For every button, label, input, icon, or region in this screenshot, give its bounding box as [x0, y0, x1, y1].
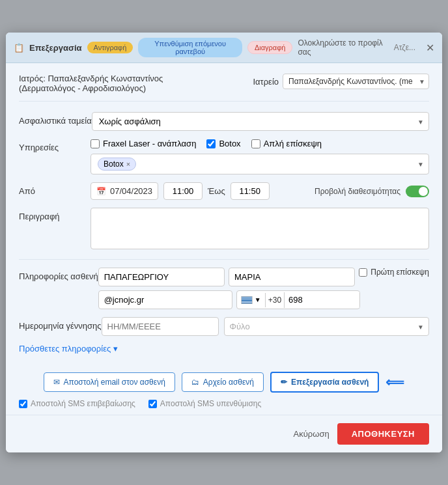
more-info-link[interactable]: Πρόσθετες πληροφορίες ▾ — [19, 344, 429, 353]
phone-number-input[interactable] — [285, 292, 360, 308]
service-fraxel[interactable]: Fraxel Laser - ανάπλαση — [91, 139, 196, 148]
first-visit-wrap: Πρώτη επίσκεψη — [359, 268, 429, 277]
service-botox[interactable]: Botox — [206, 139, 240, 148]
flag-arrow: ▼ — [255, 296, 261, 303]
sms-row: Αποστολή SMS επιβεβαίωσης Αποστολή SMS υ… — [6, 396, 442, 415]
email-icon: ✉ — [53, 378, 60, 387]
edit-patient-button[interactable]: ✏ Επεξεργασία ασθενή — [270, 372, 379, 393]
simple-visit-label: Απλή επίσκεψη — [264, 139, 322, 148]
description-row: Περιγραφή — [19, 208, 429, 251]
greece-flag — [241, 296, 253, 304]
copy-button[interactable]: Αντιγραφή — [87, 42, 133, 53]
insurance-label: Ασφαλιστικά ταμεία — [19, 112, 92, 126]
sms-reminder-item[interactable]: Αποστολή SMS υπενθύμισης — [148, 399, 261, 408]
description-content — [91, 208, 429, 251]
modal-body: Ιατρός: Παπαλεξανδρής Κωνσταντίνος (Δερμ… — [6, 63, 442, 364]
datetime-content: 📅 07/04/2023 Έως Προβολή διαθεσιμότητας — [91, 182, 429, 200]
botox-checkbox[interactable] — [206, 139, 216, 148]
pencil-icon: ✏ — [281, 378, 287, 387]
sms-reminder-checkbox[interactable] — [148, 400, 157, 408]
availability-label: Προβολή διαθεσιμότητας — [315, 187, 400, 196]
edit-title-icon: 📋 — [14, 43, 24, 53]
to-label: Έως — [208, 186, 225, 196]
patient-info-grid: Πρώτη επίσκεψη — [98, 268, 429, 286]
dob-content: Φύλο — [102, 317, 429, 336]
edit-btn-label: Επεξεργασία ασθενή — [291, 378, 369, 387]
sms-confirm-label: Αποστολή SMS επιβεβαίωσης — [31, 399, 135, 408]
botox-label: Botox — [219, 139, 240, 148]
modal-header: 📋 Επεξεργασία Αντιγραφή Υπενθύμιση επόμε… — [6, 33, 442, 63]
archive-icon: 🗂 — [191, 378, 199, 387]
insurance-select[interactable]: Χωρίς ασφάλιση — [92, 112, 429, 131]
dob-input[interactable] — [102, 317, 219, 336]
date-value: 07/04/2023 — [110, 186, 152, 196]
tag-select-container: Botox × — [91, 154, 429, 174]
datetime-row: Από 📅 07/04/2023 Έως Προβολή διαθεσιμότη… — [19, 182, 429, 200]
insurance-row: Ασφαλιστικά ταμεία Χωρίς ασφάλιση — [19, 112, 429, 131]
close-button[interactable]: ✕ — [426, 42, 434, 54]
gender-select-wrap: Φύλο — [224, 317, 429, 336]
phone-code: +30 — [266, 292, 285, 308]
fraxel-checkbox[interactable] — [91, 139, 100, 148]
patient-row2: ▼ +30 — [98, 290, 429, 309]
services-content: Fraxel Laser - ανάπλαση Botox Απλή επίσκ… — [91, 139, 429, 174]
patient-phone-wrap: ▼ +30 — [236, 290, 360, 309]
archive-btn-label: Αρχείο ασθενή — [203, 378, 254, 387]
dob-label: Ημερομηνία γέννησης — [19, 317, 102, 331]
footer-row: Ακύρωση ΑΠΟΘΗΚΕΥΣΗ — [6, 415, 442, 452]
services-label: Υπηρεσίες — [19, 139, 91, 152]
clinic-select[interactable]: Παπαλεξανδρής Κωνσταντίνος. (me — [283, 74, 429, 89]
clinic-section: Ιατρείο Παπαλεξανδρής Κωνσταντίνος. (me — [253, 74, 429, 89]
date-row: 📅 07/04/2023 Έως Προβολή διαθεσιμότητας — [91, 182, 429, 200]
tag-input[interactable]: Botox × — [91, 154, 429, 174]
from-label: Από — [19, 182, 91, 196]
email-patient-button[interactable]: ✉ Αποστολή email στον ασθενή — [44, 372, 175, 392]
sms-confirm-item[interactable]: Αποστολή SMS επιβεβαίωσης — [19, 399, 135, 408]
reminder-button[interactable]: Υπενθύμιση επόμενου ραντεβού — [138, 38, 242, 57]
chevron-down-icon: ▾ — [113, 344, 118, 353]
arrow-indicator: ⟸ — [385, 374, 404, 390]
sms-reminder-label: Αποστολή SMS υπενθύμισης — [160, 399, 261, 408]
insurance-select-wrap: Χωρίς ασφάλιση — [92, 112, 429, 131]
hide-text: Ατζε... — [394, 43, 415, 52]
calendar-icon: 📅 — [96, 187, 106, 196]
first-visit-checkbox[interactable] — [359, 268, 367, 277]
delete-button[interactable]: Διαγραφή — [247, 41, 293, 54]
complete-profile-text: Ολοκληρώστε το προφίλ σας — [298, 38, 385, 57]
time-start-input[interactable] — [163, 182, 203, 200]
doctor-row: Ιατρός: Παπαλεξανδρής Κωνσταντίνος (Δερμ… — [19, 74, 429, 102]
botox-tag-remove[interactable]: × — [126, 160, 130, 168]
service-simple-visit[interactable]: Απλή επίσκεψη — [251, 139, 322, 148]
botox-tag: Botox × — [98, 158, 136, 171]
cancel-button[interactable]: Ακύρωση — [294, 429, 329, 439]
patient-firstname-input[interactable] — [229, 268, 355, 286]
patient-row: Πληροφορίες ασθενή Πρώτη επίσκεψη — [19, 268, 429, 309]
patient-content: Πρώτη επίσκεψη ▼ +30 — [98, 268, 429, 309]
patient-email-input[interactable] — [98, 290, 232, 309]
sms-confirm-checkbox[interactable] — [19, 400, 27, 408]
email-btn-label: Αποστολή email στον ασθενή — [64, 378, 165, 387]
action-buttons-row: ✉ Αποστολή email στον ασθενή 🗂 Αρχείο ασ… — [6, 364, 442, 396]
time-end-input[interactable] — [231, 182, 270, 200]
toggle-switch[interactable] — [406, 186, 429, 197]
services-row: Υπηρεσίες Fraxel Laser - ανάπλαση Botox — [19, 139, 429, 174]
archive-patient-button[interactable]: 🗂 Αρχείο ασθενή — [182, 372, 264, 392]
dob-row: Ημερομηνία γέννησης Φύλο — [19, 317, 429, 336]
availability-toggle[interactable]: Προβολή διαθεσιμότητας — [315, 186, 429, 197]
simple-visit-checkbox[interactable] — [251, 139, 260, 148]
first-visit-label: Πρώτη επίσκεψη — [371, 268, 429, 277]
description-textarea[interactable] — [91, 208, 429, 249]
patient-lastname-input[interactable] — [98, 268, 225, 286]
save-button[interactable]: ΑΠΟΘΗΚΕΥΣΗ — [337, 423, 429, 445]
gender-select[interactable]: Φύλο — [224, 317, 429, 336]
date-input[interactable]: 📅 07/04/2023 — [91, 182, 158, 200]
botox-tag-label: Botox — [104, 159, 124, 169]
insurance-content: Χωρίς ασφάλιση — [92, 112, 429, 131]
more-info-label: Πρόσθετες πληροφορίες — [19, 344, 111, 353]
modal-title: Επεξεργασία — [29, 43, 82, 53]
dob-inputs: Φύλο — [102, 317, 429, 336]
fraxel-label: Fraxel Laser - ανάπλαση — [103, 139, 196, 148]
services-checkboxes: Fraxel Laser - ανάπλαση Botox Απλή επίσκ… — [91, 139, 429, 148]
clinic-select-wrap: Παπαλεξανδρής Κωνσταντίνος. (me — [283, 74, 429, 89]
doctor-name: Ιατρός: Παπαλεξανδρής Κωνσταντίνος (Δερμ… — [19, 74, 214, 93]
